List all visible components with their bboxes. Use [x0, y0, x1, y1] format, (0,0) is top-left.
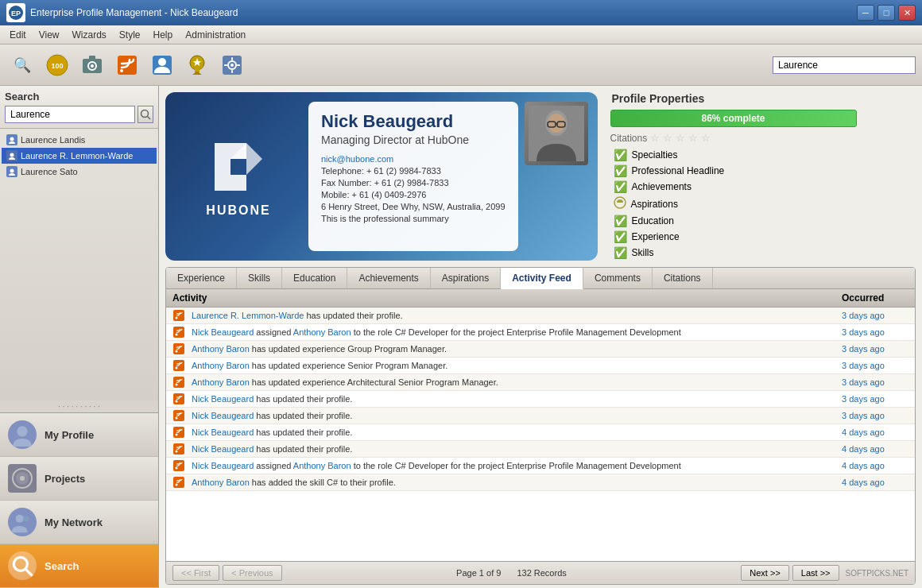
props-skills-label: Skills [632, 247, 654, 258]
hubone-logo-svg [207, 135, 270, 199]
sidebar-search-button[interactable] [138, 106, 153, 123]
search-result-laurence-landis[interactable]: Laurence Landis [2, 132, 157, 148]
profile-card: HUBONE Nick Beaugeard Managing Director … [165, 92, 598, 261]
tab-activity-feed[interactable]: Activity Feed [501, 268, 583, 289]
prev-page-button[interactable]: < Previous [223, 565, 281, 581]
props-item-specialties: ✅ Specialties [610, 147, 857, 163]
projects-avatar [8, 464, 37, 493]
star-1: ☆ [650, 132, 660, 144]
rss-tool-button[interactable] [111, 49, 143, 81]
star-3: ☆ [676, 132, 685, 144]
my-network-avatar [8, 508, 37, 536]
titlebar-controls: ─ □ ✕ [857, 5, 916, 21]
search-nav-avatar [8, 551, 37, 580]
sidebar-search-row [5, 106, 153, 123]
close-button[interactable]: ✕ [898, 5, 916, 21]
content-area: HUBONE Nick Beaugeard Managing Director … [159, 86, 922, 588]
camera-icon [81, 54, 103, 76]
rss-row-icon [171, 393, 187, 405]
star-2: ☆ [663, 132, 672, 144]
profile-avatar-svg [529, 106, 584, 161]
profile-info: Nick Beaugeard Managing Director at HubO… [308, 102, 518, 251]
profile-photo [525, 102, 588, 165]
sidebar-nav: My Profile Projects [0, 412, 158, 588]
menu-edit[interactable]: Edit [3, 25, 33, 44]
table-header: Activity Occurred [166, 289, 915, 308]
menu-wizards[interactable]: Wizards [65, 25, 112, 44]
profile-progress-label: 86% complete [701, 113, 765, 124]
tab-aspirations[interactable]: Aspirations [431, 268, 501, 288]
menu-view[interactable]: View [33, 25, 66, 44]
tab-comments[interactable]: Comments [583, 268, 653, 288]
svg-text:100: 100 [51, 62, 63, 70]
profile-job-title: Managing Director at HubOne [321, 133, 506, 146]
user-tool-button[interactable] [146, 49, 178, 81]
award-button[interactable] [181, 49, 213, 81]
star-4: ☆ [688, 132, 698, 144]
menu-style[interactable]: Style [113, 25, 147, 44]
maximize-button[interactable]: □ [877, 5, 895, 21]
tab-skills[interactable]: Skills [237, 268, 282, 288]
search-results: Laurence Landis Laurence R. Lemmon-Warde [0, 129, 158, 183]
search-tool-button[interactable]: 🔍 [6, 49, 38, 81]
row-occurred-7: 3 days ago [835, 408, 915, 424]
search-nav-label: Search [45, 560, 79, 572]
svg-point-55 [176, 467, 178, 470]
row-text-11: Anthony Baron has added the skill C# to … [192, 474, 835, 490]
svg-text:EP: EP [11, 10, 21, 17]
sidebar-item-projects[interactable]: Projects [0, 457, 158, 501]
svg-rect-5 [89, 56, 95, 60]
result-user-icon [6, 134, 17, 145]
row-occurred-3: 3 days ago [835, 341, 915, 357]
result-name-2: Laurence R. Lemmon-Warde [21, 151, 133, 161]
tab-achievements[interactable]: Achievements [347, 268, 430, 288]
col-occurred-header: Occurred [835, 289, 915, 307]
profile-telephone: Telephone: + 61 (2) 9984-7833 [321, 166, 506, 176]
row-text-7: Nick Beaugeard has updated their profile… [192, 408, 835, 424]
svg-point-47 [176, 334, 178, 336]
sidebar-search-section: Search [0, 86, 158, 129]
titlebar: EP Enterprise Profile Management - Nick … [0, 0, 922, 25]
settings-button[interactable] [216, 49, 248, 81]
menu-administration[interactable]: Administration [179, 25, 252, 44]
next-page-button[interactable]: Next >> [741, 565, 789, 581]
svg-rect-19 [231, 57, 233, 60]
first-page-button[interactable]: << First [172, 565, 219, 581]
tab-education[interactable]: Education [282, 268, 347, 288]
sidebar: Search Laurenc [0, 86, 159, 588]
minimize-button[interactable]: ─ [857, 5, 874, 21]
tab-citations[interactable]: Citations [653, 268, 713, 288]
sidebar-item-my-network[interactable]: My Network [0, 501, 158, 544]
sidebar-item-my-profile[interactable]: My Profile [0, 413, 158, 457]
svg-point-11 [158, 58, 166, 66]
search-result-laurence-sato[interactable]: Laurence Sato [2, 164, 157, 180]
row-text-10: Nick Beaugeard assigned Anthony Baron to… [192, 458, 835, 474]
svg-point-56 [176, 484, 178, 486]
svg-point-51 [176, 400, 178, 403]
svg-point-23 [141, 110, 149, 118]
badge-100-button[interactable]: 100 [41, 49, 73, 81]
check-achievements-icon: ✅ [614, 180, 627, 193]
props-aspirations-label: Aspirations [631, 199, 678, 210]
titlebar-left: EP Enterprise Profile Management - Nick … [6, 3, 238, 22]
toolbar-search-input[interactable] [773, 56, 916, 74]
svg-point-32 [16, 515, 24, 523]
last-page-button[interactable]: Last >> [792, 565, 839, 581]
rss-row-icon [171, 426, 187, 439]
tab-experience[interactable]: Experience [166, 268, 237, 288]
profile-photo-inner [525, 102, 588, 165]
sidebar-search-input[interactable] [5, 106, 135, 123]
award-icon [186, 54, 208, 76]
props-item-skills: ✅ Skills [610, 245, 857, 261]
svg-point-26 [10, 153, 14, 157]
search-icon [140, 109, 151, 120]
profile-logo-area: HUBONE [175, 102, 302, 251]
camera-button[interactable] [76, 49, 108, 81]
props-experience-label: Experience [632, 231, 680, 242]
rss-row-icon [171, 342, 187, 355]
sidebar-item-search[interactable]: Search [0, 544, 158, 588]
toolbar-search [773, 56, 916, 74]
menu-help[interactable]: Help [147, 25, 180, 44]
sidebar-grip[interactable]: · · · · · · · · · · [0, 400, 158, 412]
search-result-laurence-lemmon-warde[interactable]: Laurence R. Lemmon-Warde [2, 148, 157, 164]
